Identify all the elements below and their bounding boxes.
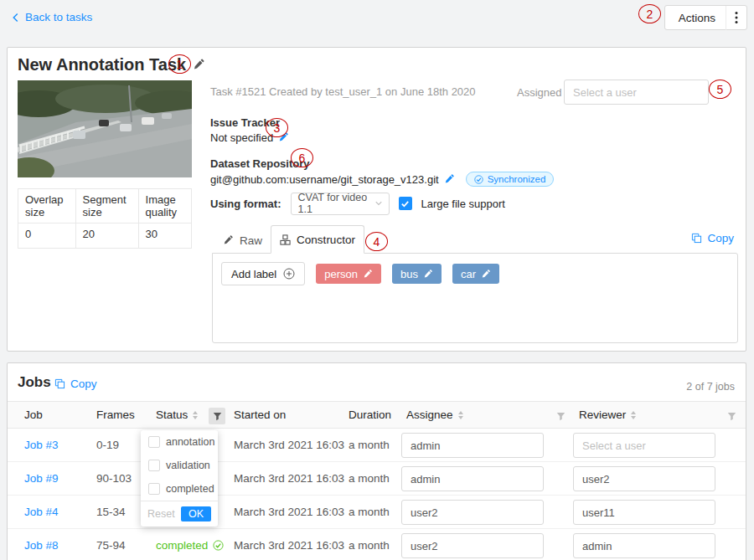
label-chip-bus[interactable]: bus <box>392 264 442 284</box>
filter-option-label: annotation <box>166 436 214 448</box>
copy-icon <box>54 378 65 389</box>
callout-4: 4 <box>365 232 388 251</box>
large-file-support-label: Large file support <box>421 198 505 210</box>
table-row: Job #3 0-19 March 3rd 2021 16:03 a month <box>8 429 746 462</box>
table-row: Job #8 75-94 completed March 3rd 2021 16… <box>8 529 746 560</box>
task-title: New Annotation Task <box>18 55 186 74</box>
using-format-label: Using format: <box>210 198 281 210</box>
task-meta: Task #1521 Created by test_user_1 on Jun… <box>210 85 476 98</box>
issue-tracker-value: Not specified <box>210 131 273 144</box>
completed-check-icon <box>213 540 224 551</box>
callout-3: 3 <box>266 118 288 137</box>
cvat-task-page: Back to tasks Actions New Annotation Tas… <box>0 0 754 560</box>
col-assignee: Assignee <box>406 402 463 428</box>
label-chip-person[interactable]: person <box>316 264 381 284</box>
param-value: 0 <box>18 223 76 249</box>
edit-label-icon[interactable] <box>482 268 491 280</box>
reviewer-input[interactable] <box>573 500 715 525</box>
status-text: completed <box>156 539 208 552</box>
tab-raw[interactable]: Raw <box>214 227 272 254</box>
edit-title-icon[interactable] <box>194 58 205 72</box>
status-cell: completed <box>156 529 224 560</box>
checkbox[interactable] <box>148 460 160 471</box>
checkbox[interactable] <box>148 436 160 448</box>
reviewer-input[interactable] <box>573 433 715 458</box>
filter-option-validation[interactable]: validation <box>141 454 218 477</box>
edit-label-icon[interactable] <box>364 268 373 280</box>
edit-repository-icon[interactable] <box>445 173 455 186</box>
jobs-title: Jobs <box>18 374 51 391</box>
copy-jobs-button[interactable]: Copy <box>54 378 97 390</box>
assignee-input[interactable] <box>401 533 544 558</box>
add-label-button[interactable]: Add label <box>221 262 305 285</box>
actions-label: Actions <box>665 12 726 24</box>
assignee-filter-icon[interactable] <box>552 408 569 424</box>
status-filter-dropdown: annotation validation completed Reset OK <box>141 430 218 527</box>
param-header: Overlap size <box>18 189 76 223</box>
frames-cell: 75-94 <box>96 529 126 560</box>
label-constructor-panel: Add label person bus car <box>212 253 738 343</box>
filter-reset-button[interactable]: Reset <box>147 508 175 520</box>
label-chip-car[interactable]: car <box>452 264 499 284</box>
job-link[interactable]: Job #4 <box>24 496 59 528</box>
large-file-support-checkbox[interactable] <box>399 197 412 210</box>
callout-2: 2 <box>638 4 661 23</box>
reviewer-input[interactable] <box>573 533 715 558</box>
job-link[interactable]: Job #8 <box>24 529 59 560</box>
edit-label-icon[interactable] <box>424 268 433 280</box>
table-row: Job #9 90-103 March 3rd 2021 16:03 a mon… <box>8 462 746 496</box>
assignee-input[interactable] <box>401 500 544 525</box>
callout-1: 1 <box>168 54 191 74</box>
task-preview-image <box>18 80 192 177</box>
frames-cell: 0-19 <box>96 429 119 461</box>
frames-cell: 15-34 <box>96 496 126 528</box>
copy-label: Copy <box>70 378 97 390</box>
copy-label: Copy <box>707 232 734 244</box>
col-status: Status <box>156 402 198 428</box>
back-to-tasks-link[interactable]: Back to tasks <box>12 11 92 23</box>
label-chip-name: bus <box>400 268 418 280</box>
plus-circle-icon <box>283 268 295 280</box>
assignee-input[interactable] <box>401 466 544 491</box>
duration-cell: a month <box>349 529 390 560</box>
tab-raw-label: Raw <box>240 234 262 247</box>
sort-reviewer[interactable] <box>631 411 636 419</box>
reviewer-input[interactable] <box>573 466 715 491</box>
tab-constructor[interactable]: Constructor <box>271 225 364 254</box>
callout-6: 6 <box>291 148 313 167</box>
assigned-to-input[interactable] <box>564 80 709 105</box>
checkbox[interactable] <box>148 483 160 495</box>
more-menu-icon[interactable] <box>726 11 746 24</box>
check-icon <box>400 199 410 208</box>
started-cell: March 3rd 2021 16:03 <box>234 496 344 528</box>
col-started: Started on <box>234 402 286 428</box>
filter-option-label: validation <box>166 460 210 471</box>
filter-option-annotation[interactable]: annotation <box>141 430 218 454</box>
param-value: 30 <box>138 223 191 249</box>
param-value: 20 <box>75 223 138 249</box>
synchronized-badge[interactable]: Synchronized <box>466 172 555 187</box>
actions-button[interactable]: Actions <box>664 5 747 30</box>
chevron-down-icon <box>375 201 382 206</box>
dataset-repository-url: git@github.com:username/git_storage_v123… <box>210 173 439 186</box>
assignee-input[interactable] <box>401 433 544 458</box>
job-link[interactable]: Job #9 <box>24 462 59 495</box>
filter-option-label: completed <box>166 483 214 495</box>
task-params-table: Overlap size Segment size Image quality … <box>18 188 192 249</box>
task-details-card: New Annotation Task <box>7 47 746 352</box>
tab-constructor-label: Constructor <box>297 234 355 246</box>
status-filter-icon[interactable] <box>209 408 225 424</box>
filter-ok-button[interactable]: OK <box>181 506 211 521</box>
sort-assignee[interactable] <box>458 411 463 419</box>
copy-labels-button[interactable]: Copy <box>691 232 734 244</box>
frames-cell: 90-103 <box>96 462 132 495</box>
filter-option-completed[interactable]: completed <box>141 477 218 501</box>
duration-cell: a month <box>349 496 390 528</box>
reviewer-filter-icon[interactable] <box>723 408 740 424</box>
job-link[interactable]: Job #3 <box>24 429 59 461</box>
format-select-value: CVAT for video 1.1 <box>298 192 375 215</box>
copy-icon <box>691 233 702 244</box>
started-cell: March 3rd 2021 16:03 <box>234 462 344 495</box>
format-select[interactable]: CVAT for video 1.1 <box>291 193 390 215</box>
sort-status[interactable] <box>193 411 198 419</box>
